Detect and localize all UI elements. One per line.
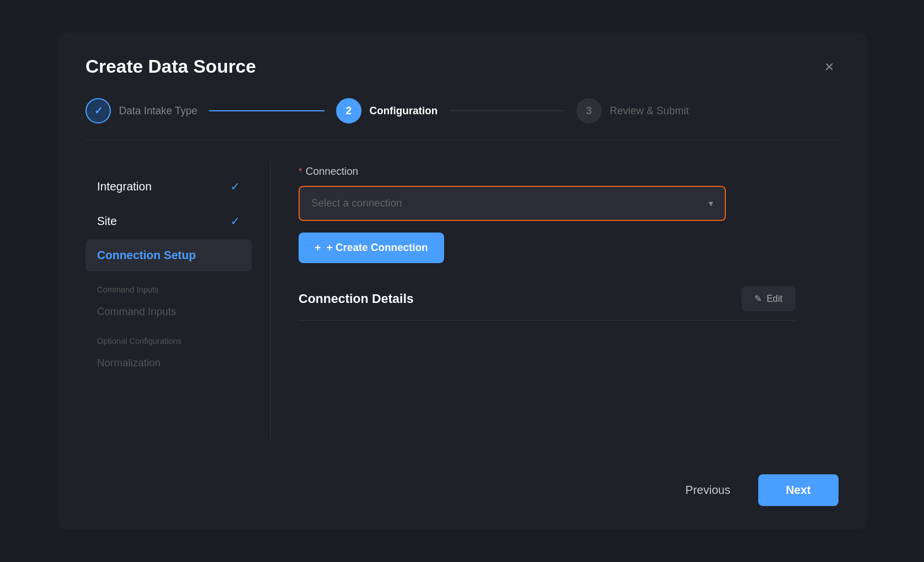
step-2-circle: 2 bbox=[336, 98, 362, 123]
modal-header: Create Data Source × bbox=[85, 56, 839, 77]
step-3-circle: 3 bbox=[576, 98, 602, 123]
sidebar-command-inputs-section: Command Inputs bbox=[85, 273, 252, 299]
connection-details-divider bbox=[299, 320, 795, 321]
step-connector-2 bbox=[449, 110, 565, 111]
connection-select-placeholder: Select a connection bbox=[311, 197, 402, 209]
connection-details-header: Connection Details ✎ Edit bbox=[299, 286, 795, 311]
sidebar-item-connection-setup[interactable]: Connection Setup bbox=[85, 239, 252, 271]
connection-select-dropdown[interactable]: Select a connection ▾ bbox=[299, 186, 726, 221]
step-3-label: Review & Submit bbox=[610, 105, 689, 117]
sidebar-item-normalization[interactable]: Normalization bbox=[85, 350, 252, 376]
sidebar: Integration ✓ Site ✓ Connection Setup Co… bbox=[85, 161, 270, 440]
sidebar-item-site-label: Site bbox=[97, 215, 117, 228]
create-connection-label: + Create Connection bbox=[327, 242, 429, 254]
next-button[interactable]: Next bbox=[758, 474, 839, 506]
step-1-circle: ✓ bbox=[85, 98, 111, 123]
sidebar-item-integration-label: Integration bbox=[97, 180, 152, 193]
edit-pencil-icon: ✎ bbox=[754, 293, 762, 304]
modal-footer: Previous Next bbox=[85, 463, 839, 506]
sidebar-normalization-label: Normalization bbox=[97, 357, 161, 369]
connection-field-label: * Connection bbox=[299, 166, 839, 178]
create-connection-button[interactable]: + + Create Connection bbox=[299, 233, 444, 263]
step-3: 3 Review & Submit bbox=[576, 98, 689, 123]
step-1: ✓ Data Intake Type bbox=[85, 98, 198, 123]
modal-body: Integration ✓ Site ✓ Connection Setup Co… bbox=[85, 161, 839, 440]
create-connection-plus-icon: + bbox=[315, 242, 321, 254]
sidebar-item-command-inputs[interactable]: Command Inputs bbox=[85, 299, 252, 325]
stepper: ✓ Data Intake Type 2 Configuration 3 Rev… bbox=[85, 98, 839, 140]
edit-label: Edit bbox=[766, 294, 783, 304]
integration-checkmark: ✓ bbox=[230, 179, 240, 193]
connection-details-title: Connection Details bbox=[299, 291, 413, 306]
step-1-label: Data Intake Type bbox=[119, 105, 198, 117]
step-2-label: Configuration bbox=[370, 105, 438, 117]
required-star: * bbox=[299, 167, 302, 177]
sidebar-command-inputs-label: Command Inputs bbox=[97, 306, 176, 317]
connection-text-label: Connection bbox=[305, 166, 358, 178]
step-2: 2 Configuration bbox=[336, 98, 438, 123]
main-content: * Connection Select a connection ▾ + + C… bbox=[270, 161, 839, 440]
previous-button[interactable]: Previous bbox=[669, 474, 747, 506]
sidebar-item-connection-setup-label: Connection Setup bbox=[97, 249, 196, 262]
site-checkmark: ✓ bbox=[230, 214, 240, 228]
modal-title: Create Data Source bbox=[85, 56, 256, 77]
step-connector-1 bbox=[209, 110, 325, 111]
edit-button[interactable]: ✎ Edit bbox=[742, 286, 795, 311]
sidebar-optional-section: Optional Configurations bbox=[85, 325, 252, 350]
sidebar-item-site[interactable]: Site ✓ bbox=[85, 205, 252, 237]
sidebar-item-integration[interactable]: Integration ✓ bbox=[85, 170, 252, 203]
create-data-source-modal: Create Data Source × ✓ Data Intake Type … bbox=[58, 33, 866, 529]
close-button[interactable]: × bbox=[820, 57, 839, 77]
chevron-down-icon: ▾ bbox=[709, 198, 713, 209]
